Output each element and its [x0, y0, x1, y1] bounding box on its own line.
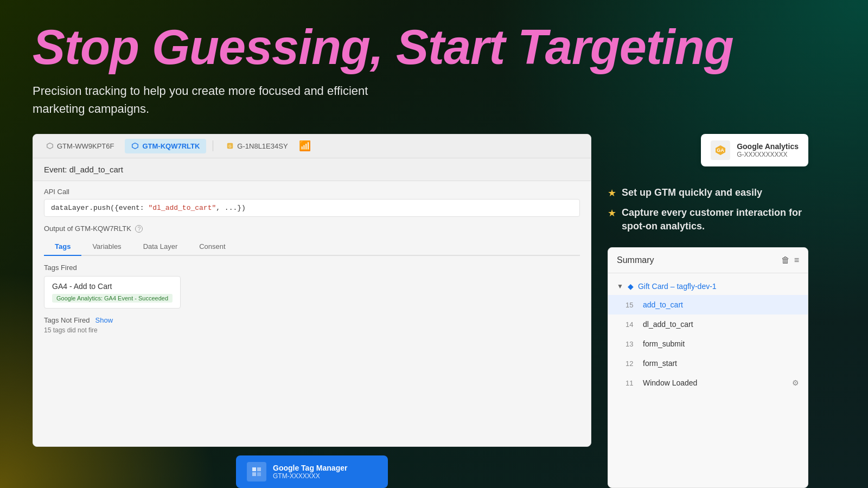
output-text: Output of GTM-KQW7RLTK	[44, 224, 131, 233]
code-string: "dl_add_to_cart"	[148, 204, 216, 212]
item-num-13: 13	[626, 340, 636, 348]
gtm-badge-area: Google Tag Manager GTM-XXXXXXX	[33, 450, 591, 488]
gtm-badge-icon	[247, 462, 266, 481]
feature-bullet-1: ★ Set up GTM quickly and easily	[608, 186, 808, 200]
gtm-icon-2	[131, 142, 139, 150]
item-num-15: 15	[626, 301, 636, 309]
event-header: Event: dl_add_to_cart	[33, 158, 591, 181]
summary-header: Summary 🗑 ≡	[608, 248, 808, 273]
ga-badge: GA Google Analytics G-XXXXXXXXXX	[701, 134, 808, 166]
help-icon[interactable]: ?	[135, 225, 143, 233]
ga-badge-icon: GA	[711, 140, 730, 160]
diamond-icon: ◆	[628, 282, 634, 291]
code-line: dataLayer.push({event: "dl_add_to_cart",…	[44, 199, 580, 217]
summary-item-11[interactable]: 11 Window Loaded ⚙	[608, 373, 808, 393]
gtm-badge-id: GTM-XXXXXXX	[273, 472, 347, 480]
svg-rect-6	[252, 472, 256, 476]
output-label: Output of GTM-KQW7RLTK ?	[44, 224, 580, 233]
page-headline: Stop Guessing, Start Targeting	[33, 22, 835, 73]
item-name-window-loaded: Window Loaded	[643, 378, 786, 387]
summary-toolbar: 🗑 ≡	[781, 255, 799, 265]
tab3-label: G-1N8L1E34SY	[237, 142, 288, 150]
tags-not-fired-row: Tags Not Fired Show	[44, 316, 580, 324]
ga-badge-text: Google Analytics G-XXXXXXXXXX	[737, 142, 799, 158]
code-suffix: , ...})	[216, 204, 246, 212]
item-num-12: 12	[626, 359, 636, 368]
tab-ga[interactable]: G G-1N8L1E34SY	[220, 139, 294, 153]
tags-fired-label: Tags Fired	[44, 264, 580, 272]
summary-panel: Summary 🗑 ≡ ▼ ◆ Gift Card – tagfly-dev-1	[608, 247, 808, 488]
show-link[interactable]: Show	[95, 316, 113, 324]
gear-icon: ⚙	[792, 378, 799, 387]
item-name-add-to-cart: add_to_cart	[643, 300, 799, 309]
svg-marker-0	[47, 143, 53, 149]
gtm-debug-window: GTM-WW9KPT6F GTM-KQW7RLTK G	[33, 134, 591, 447]
filter-icon[interactable]: 🗑	[781, 255, 790, 265]
tab-separator	[213, 140, 213, 151]
signal-icon: 📶	[299, 140, 311, 152]
svg-text:GA: GA	[717, 147, 724, 153]
tag-status: Google Analytics: GA4 Event - Succeeded	[52, 294, 173, 303]
right-panel: GA Google Analytics G-XXXXXXXXXX ★ Set u…	[608, 134, 808, 489]
tab1-label: GTM-WW9KPT6F	[57, 142, 114, 150]
summary-title: Summary	[617, 255, 654, 265]
tab-gtm-kqw7[interactable]: GTM-KQW7RLTK	[125, 139, 206, 153]
tags-count: 15 tags did not fire	[44, 326, 580, 334]
sub-tabs: Tags Variables Data Layer Consent	[44, 238, 580, 256]
sub-tab-consent[interactable]: Consent	[188, 238, 236, 256]
sub-tab-tags[interactable]: Tags	[44, 238, 81, 256]
summary-group: ▼ ◆ Gift Card – tagfly-dev-1 15 add_to_c…	[608, 273, 808, 397]
gtm-icon-1	[46, 142, 54, 150]
svg-marker-1	[132, 143, 138, 149]
sub-tab-datalayer[interactable]: Data Layer	[132, 238, 189, 256]
summary-group-header[interactable]: ▼ ◆ Gift Card – tagfly-dev-1	[608, 278, 808, 295]
item-name-dl-add-to-cart: dl_add_to_cart	[643, 320, 799, 329]
summary-item-12[interactable]: 12 form_start	[608, 354, 808, 373]
list-icon[interactable]: ≡	[794, 255, 799, 265]
feature-text-1: Set up GTM quickly and easily	[622, 186, 762, 200]
ga-logo-icon: GA	[714, 144, 727, 157]
ga-badge-title: Google Analytics	[737, 142, 799, 151]
feature-text-2: Capture every customer interaction for s…	[622, 206, 808, 233]
chevron-down-icon: ▼	[617, 282, 623, 290]
page-subtitle: Precision tracking to help you create mo…	[33, 82, 369, 118]
feature-bullet-2: ★ Capture every customer interaction for…	[608, 206, 808, 233]
ga-icon: G	[226, 142, 234, 150]
svg-rect-5	[257, 467, 261, 471]
star-icon-2: ★	[608, 207, 616, 219]
item-num-14: 14	[626, 320, 636, 329]
tab2-label: GTM-KQW7RLTK	[142, 142, 200, 150]
item-num-11: 11	[626, 379, 636, 387]
gtm-logo-icon	[250, 465, 263, 478]
debug-content: API Call dataLayer.push({event: "dl_add_…	[33, 181, 591, 345]
sub-tab-variables[interactable]: Variables	[81, 238, 132, 256]
code-prefix: dataLayer.push({event:	[51, 204, 148, 212]
item-name-form-submit: form_submit	[643, 339, 799, 348]
gtm-badge: Google Tag Manager GTM-XXXXXXX	[236, 455, 388, 488]
star-icon-1: ★	[608, 187, 616, 199]
tag-card: GA4 - Add to Cart Google Analytics: GA4 …	[44, 276, 181, 309]
svg-rect-7	[257, 472, 261, 476]
item-name-form-start: form_start	[643, 359, 799, 368]
group-name: Gift Card – tagfly-dev-1	[638, 282, 717, 291]
event-label: Event: dl_add_to_cart	[44, 165, 123, 174]
summary-item-13[interactable]: 13 form_submit	[608, 334, 808, 354]
tags-not-fired-label: Tags Not Fired	[44, 316, 90, 324]
svg-text:G: G	[229, 144, 232, 148]
summary-item-15[interactable]: 15 add_to_cart	[608, 295, 808, 314]
ga-badge-id: G-XXXXXXXXXX	[737, 151, 799, 158]
feature-bullets: ★ Set up GTM quickly and easily ★ Captur…	[608, 181, 808, 239]
gtm-badge-text: Google Tag Manager GTM-XXXXXXX	[273, 464, 347, 480]
ga-badge-row: GA Google Analytics G-XXXXXXXXXX	[608, 134, 808, 166]
svg-rect-4	[252, 467, 256, 471]
tab-bar: GTM-WW9KPT6F GTM-KQW7RLTK G	[33, 134, 591, 158]
tag-name: GA4 - Add to Cart	[52, 282, 173, 291]
api-call-label: API Call	[44, 181, 580, 199]
gtm-badge-title: Google Tag Manager	[273, 464, 347, 472]
summary-item-14[interactable]: 14 dl_add_to_cart	[608, 314, 808, 334]
tab-gtm-ww9[interactable]: GTM-WW9KPT6F	[40, 139, 120, 153]
